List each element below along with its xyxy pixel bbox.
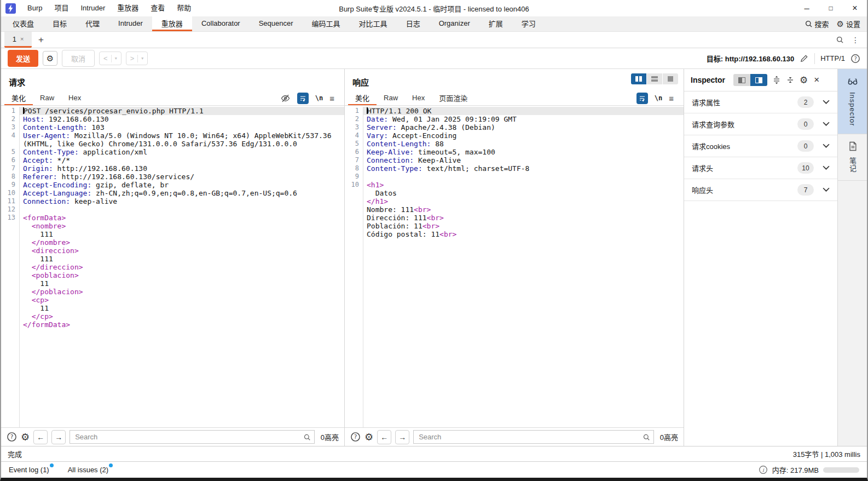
code-text[interactable]: <direccion> [20,247,344,255]
code-line[interactable]: (KHTML, like Gecko) Chrome/131.0.0.0 Saf… [1,140,344,148]
code-text[interactable]: Accept-Language: zh-CN,zh;q=0.9,en;q=0.8… [20,189,344,197]
code-text[interactable]: Referer: http://192.168.60.130/services/ [20,173,344,181]
inspector-dock-right-button[interactable] [750,74,767,86]
code-line[interactable]: 10<h1> [345,181,684,189]
code-text[interactable]: Content-Length: 103 [20,123,344,131]
tool-tab-target[interactable]: 目标 [43,16,76,31]
side-tab-inspector[interactable]: Inspector [838,69,867,134]
tool-tab-decoder[interactable]: 编码工具 [303,16,350,31]
code-line[interactable]: </nombre> [1,238,344,247]
newline-toggle-icon[interactable]: \n [315,94,323,102]
response-search-input[interactable] [413,430,654,444]
code-line[interactable]: 11 [1,279,344,288]
code-line[interactable]: 11Connection: keep-alive [1,197,344,205]
code-text[interactable]: Server: Apache/2.4.38 (Debian) [363,123,684,131]
tool-tab-dashboard[interactable]: 仪表盘 [3,16,43,31]
tool-tab-logger[interactable]: 日志 [397,16,430,31]
inspector-section-request-cookies[interactable]: 请求cookies0 [684,135,837,157]
code-text[interactable]: </h1> [363,197,684,205]
code-line[interactable]: 12 [1,205,344,214]
request-tab-1[interactable]: Raw [33,91,61,105]
code-line[interactable]: 111 [1,230,344,238]
code-line[interactable]: 13<formData> [1,214,344,222]
code-line[interactable]: Datos [345,189,684,197]
code-text[interactable]: 11 [20,304,344,312]
hide-nonprintable-eye-icon[interactable] [280,93,291,104]
request-tab-0[interactable]: 美化 [4,91,33,105]
help-icon[interactable]: ? [850,54,860,64]
code-text[interactable] [20,205,344,214]
code-text[interactable]: Datos [363,189,684,197]
tool-tab-collaborator[interactable]: Collaborator [192,16,250,31]
side-tab-notes[interactable]: 笔记 [838,134,867,181]
code-text[interactable]: POST /services/procesar_envio.php HTTP/1… [20,107,344,115]
code-text[interactable]: Keep-Alive: timeout=5, max=100 [363,148,684,156]
code-text[interactable]: Código postal: 11<br> [363,230,684,238]
code-text[interactable]: 111 [20,230,344,238]
menu-view[interactable]: 查看 [144,0,171,16]
tool-tab-extensions[interactable]: 扩展 [479,16,512,31]
menu-help[interactable]: 帮助 [171,0,197,16]
inspector-section-request-attributes[interactable]: 请求属性2 [684,91,837,113]
code-line[interactable]: </formData> [1,320,344,329]
code-text[interactable]: Origin: http://192.168.60.130 [20,164,344,173]
code-line[interactable]: <nombre> [1,222,344,230]
expand-all-icon[interactable] [772,76,781,84]
code-text[interactable]: Dirección: 111<br> [363,214,684,222]
tool-tab-proxy[interactable]: 代理 [76,16,109,31]
code-text[interactable]: (KHTML, like Gecko) Chrome/131.0.0.0 Saf… [20,140,344,148]
code-line[interactable]: 4User-Agent: Mozilla/5.0 (Windows NT 10.… [1,131,344,140]
send-settings-button[interactable]: ⚙ [43,51,57,66]
code-line[interactable]: 5Content-Type: application/xml [1,148,344,156]
code-line[interactable]: Código postal: 11<br> [345,230,684,238]
code-line[interactable]: 9 [345,173,684,181]
code-text[interactable]: </direccion> [20,263,344,271]
response-tab-0[interactable]: 美化 [348,91,377,105]
code-line[interactable]: </direccion> [1,263,344,271]
code-text[interactable]: HTTP/1.1 200 OK [363,107,684,115]
request-search-input[interactable] [70,430,315,444]
code-line[interactable]: 6Accept: */* [1,156,344,164]
menu-repeater[interactable]: 重放器 [111,0,144,16]
inspector-settings-gear-icon[interactable]: ⚙ [800,76,808,85]
code-text[interactable]: <formData> [20,214,344,222]
global-settings-button[interactable]: ⚙ 设置 [837,19,860,29]
search-settings-gear-icon[interactable]: ⚙ [21,432,30,442]
code-text[interactable]: Content-Type: text/html; charset=UTF-8 [363,164,684,173]
code-line[interactable]: 8Referer: http://192.168.60.130/services… [1,173,344,181]
code-line[interactable]: 5Content-Length: 88 [345,140,684,148]
code-line[interactable]: <cp> [1,296,344,304]
code-text[interactable] [363,173,684,181]
code-line[interactable]: </poblacion> [1,288,344,296]
code-line[interactable]: Población: 11<br> [345,222,684,230]
code-text[interactable]: Población: 11<br> [363,222,684,230]
layout-stacked-button[interactable] [647,73,662,84]
tab-search-icon[interactable] [836,36,844,44]
next-request-button[interactable]: >▾ [126,51,148,65]
inspector-dock-left-button[interactable] [733,74,750,86]
cancel-button[interactable]: 取消 [62,50,95,67]
layout-single-button[interactable] [663,73,678,84]
code-text[interactable]: </cp> [20,312,344,320]
tool-tab-intruder[interactable]: Intruder [109,16,152,31]
code-line[interactable]: 10Accept-Language: zh-CN,zh;q=0.9,en;q=0… [1,189,344,197]
code-line[interactable]: <poblacion> [1,271,344,279]
code-text[interactable]: 11 [20,279,344,288]
all-issues-button[interactable]: All issues (2) [68,466,113,474]
inspector-section-request-headers[interactable]: 请求头10 [684,157,837,179]
minimize-button[interactable]: ─ [795,0,819,16]
code-line[interactable]: <direccion> [1,247,344,255]
tool-tab-comparer[interactable]: 对比工具 [350,16,397,31]
code-text[interactable]: </poblacion> [20,288,344,296]
code-text[interactable]: User-Agent: Mozilla/5.0 (Windows NT 10.0… [20,131,344,140]
code-text[interactable]: Content-Length: 88 [363,140,684,148]
code-text[interactable]: Content-Type: application/xml [20,148,344,156]
code-line[interactable]: 6Keep-Alive: timeout=5, max=100 [345,148,684,156]
code-text[interactable]: Date: Wed, 01 Jan 2025 09:19:09 GMT [363,115,684,123]
code-line[interactable]: Nombre: 111<br> [345,205,684,214]
tool-tab-learn[interactable]: 学习 [512,16,545,31]
request-editor[interactable]: 1POST /services/procesar_envio.php HTTP/… [1,106,344,427]
menu-intruder[interactable]: Intruder [74,0,111,16]
word-wrap-icon[interactable] [636,93,648,104]
code-text[interactable]: Vary: Accept-Encoding [363,131,684,140]
